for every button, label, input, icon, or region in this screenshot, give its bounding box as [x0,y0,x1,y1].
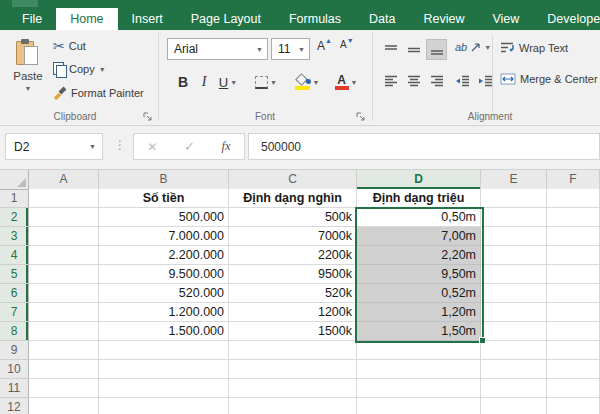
decrease-font-size-button[interactable]: A▼ [340,39,347,50]
row-header-9[interactable]: 9 [0,341,29,360]
formula-bar-input[interactable]: 500000 [248,133,600,160]
font-dialog-launcher[interactable] [356,112,366,122]
tab-review[interactable]: Review [409,8,478,30]
tab-view[interactable]: View [478,8,533,30]
cell-F4[interactable] [547,246,600,265]
increase-indent-button[interactable] [475,71,496,92]
tab-file[interactable]: File [8,8,56,30]
fill-color-dropdown-arrow[interactable]: ▼ [313,79,320,86]
cell-E11[interactable] [481,379,547,398]
cell-C9[interactable] [229,341,357,360]
align-top-button[interactable] [380,39,401,60]
cell-E1[interactable] [481,189,547,208]
cell-A3[interactable] [29,227,99,246]
tab-page-layout[interactable]: Page Layout [177,8,275,30]
row-header-7[interactable]: 7 [0,303,29,322]
cell-B7[interactable]: 1.200.000 [99,303,229,322]
column-header-B[interactable]: B [99,170,229,190]
row-header-4[interactable]: 4 [0,246,29,265]
cell-D2[interactable]: 0,50m [357,208,481,227]
align-center-button[interactable] [403,71,424,92]
tab-formulas[interactable]: Formulas [275,8,355,30]
cut-button[interactable]: ✂ Cut [53,39,86,53]
tab-data[interactable]: Data [355,8,409,30]
row-header-2[interactable]: 2 [0,208,29,227]
underline-dropdown-arrow[interactable]: ▼ [230,79,237,86]
cell-C4[interactable]: 2200k [229,246,357,265]
cell-D1[interactable]: Định dạng triệu [357,189,481,208]
cell-A6[interactable] [29,284,99,303]
font-color-button[interactable]: A ▼ [330,70,362,94]
align-bottom-button[interactable] [426,39,447,60]
cell-A2[interactable] [29,208,99,227]
cell-E9[interactable] [481,341,547,360]
cell-B6[interactable]: 520.000 [99,284,229,303]
align-middle-button[interactable] [403,39,424,60]
insert-function-icon[interactable]: fx [222,139,231,154]
cell-E4[interactable] [481,246,547,265]
cell-C12[interactable] [229,398,357,414]
cell-D4[interactable]: 2,20m [357,246,481,265]
cell-E3[interactable] [481,227,547,246]
cell-A1[interactable] [29,189,99,208]
cell-D5[interactable]: 9,50m [357,265,481,284]
paste-button[interactable]: Paste ▼ [6,35,50,119]
select-all-corner[interactable] [0,170,29,190]
column-header-A[interactable]: A [29,170,99,190]
row-header-6[interactable]: 6 [0,284,29,303]
fill-color-button[interactable]: ▼ [290,70,324,94]
align-left-button[interactable] [380,71,401,92]
format-painter-button[interactable]: Format Painter [53,86,144,100]
cell-F10[interactable] [547,360,600,379]
cell-A10[interactable] [29,360,99,379]
cell-B4[interactable]: 2.200.000 [99,246,229,265]
fill-handle[interactable] [479,337,486,344]
orientation-button[interactable]: ab ▼ [455,41,491,53]
cell-C6[interactable]: 520k [229,284,357,303]
column-header-F[interactable]: F [547,170,600,190]
align-right-button[interactable] [426,71,447,92]
cell-D6[interactable]: 0,52m [357,284,481,303]
cell-F9[interactable] [547,341,600,360]
merge-center-button[interactable]: Merge & Center ▼ [500,73,600,85]
cell-E12[interactable] [481,398,547,414]
row-header-5[interactable]: 5 [0,265,29,284]
cell-D8[interactable]: 1,50m [357,322,481,341]
cell-D11[interactable] [357,379,481,398]
cell-E2[interactable] [481,208,547,227]
cell-B8[interactable]: 1.500.000 [99,322,229,341]
font-size-dropdown-arrow[interactable]: ▼ [294,46,309,53]
cell-F5[interactable] [547,265,600,284]
tab-home[interactable]: Home [56,8,117,30]
italic-button[interactable]: I [196,70,212,94]
font-name-combobox[interactable]: Arial ▼ [167,38,268,60]
cell-F7[interactable] [547,303,600,322]
cell-B11[interactable] [99,379,229,398]
cell-B3[interactable]: 7.000.000 [99,227,229,246]
cell-E6[interactable] [481,284,547,303]
copy-dropdown-arrow[interactable]: ▼ [99,66,106,73]
name-box-dropdown-arrow[interactable]: ▼ [89,143,102,150]
cell-B10[interactable] [99,360,229,379]
cell-B9[interactable] [99,341,229,360]
cell-E10[interactable] [481,360,547,379]
cell-C5[interactable]: 9500k [229,265,357,284]
column-header-D[interactable]: D [357,170,481,190]
increase-font-size-button[interactable]: A▲ [317,39,325,53]
cell-C1[interactable]: Định dạng nghìn [229,189,357,208]
cell-F1[interactable] [547,189,600,208]
cell-D9[interactable] [357,341,481,360]
cell-D7[interactable]: 1,20m [357,303,481,322]
quick-access-toolbar[interactable] [12,0,38,7]
row-header-8[interactable]: 8 [0,322,29,341]
column-header-C[interactable]: C [229,170,357,190]
row-header-11[interactable]: 11 [0,379,29,398]
tab-insert[interactable]: Insert [118,8,177,30]
cell-A4[interactable] [29,246,99,265]
cell-A7[interactable] [29,303,99,322]
row-header-1[interactable]: 1 [0,189,29,208]
borders-dropdown-arrow[interactable]: ▼ [270,79,277,86]
borders-button[interactable]: ▼ [250,70,282,94]
cell-E7[interactable] [481,303,547,322]
cell-E8[interactable] [481,322,547,341]
